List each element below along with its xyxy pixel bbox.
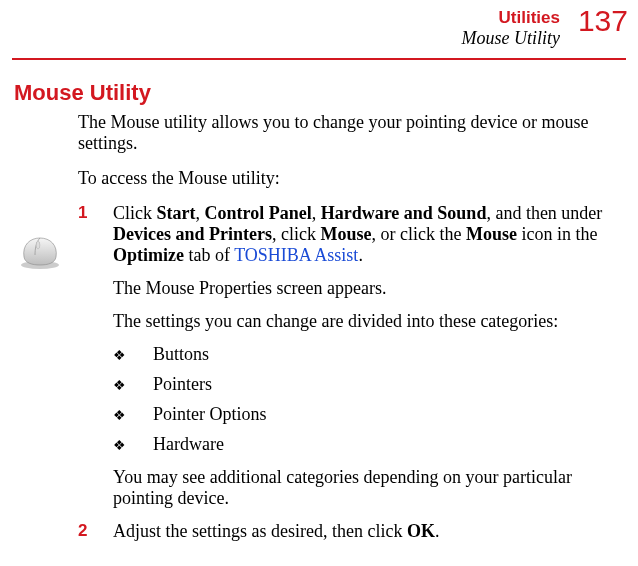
step-2-instruction: Adjust the settings as desired, then cli…: [113, 521, 626, 542]
list-item: ❖ Pointers: [113, 374, 626, 395]
text: , or click the: [371, 224, 465, 244]
list-item: ❖ Pointer Options: [113, 404, 626, 425]
bold-mouse-2: Mouse: [466, 224, 517, 244]
step-1: 1 Click Start, Control Panel, Hardware a…: [78, 203, 626, 509]
step-number: 1: [78, 203, 93, 509]
bullet-icon: ❖: [113, 347, 133, 364]
category-buttons: Buttons: [153, 344, 209, 365]
header-text-block: Utilities Mouse Utility: [461, 8, 559, 48]
category-hardware: Hardware: [153, 434, 224, 455]
bold-devices-printers: Devices and Printers: [113, 224, 272, 244]
category-list: ❖ Buttons ❖ Pointers ❖ Pointer Options ❖…: [113, 344, 626, 455]
bold-start: Start: [157, 203, 196, 223]
header-rule: [12, 58, 626, 60]
intro-paragraph-2: To access the Mouse utility:: [78, 168, 626, 189]
bold-ok: OK: [407, 521, 435, 541]
page-number: 137: [578, 6, 628, 36]
list-item: ❖ Buttons: [113, 344, 626, 365]
step-1-divided: The settings you can change are divided …: [113, 311, 626, 332]
text: tab of: [184, 245, 234, 265]
bold-optimize: Optimize: [113, 245, 184, 265]
text: icon in the: [517, 224, 597, 244]
text: ,: [312, 203, 321, 223]
bold-control-panel: Control Panel: [205, 203, 312, 223]
bullet-icon: ❖: [113, 377, 133, 394]
toshiba-assist-link[interactable]: TOSHIBA Assist: [234, 245, 358, 265]
category-pointer-options: Pointer Options: [153, 404, 267, 425]
bullet-icon: ❖: [113, 437, 133, 454]
category-pointers: Pointers: [153, 374, 212, 395]
section-title: Mouse Utility: [14, 80, 638, 106]
text: , click: [272, 224, 320, 244]
mouse-icon: [16, 235, 64, 276]
bold-hardware-sound: Hardware and Sound: [321, 203, 487, 223]
header-subtitle: Mouse Utility: [461, 28, 559, 49]
steps-list: 1 Click Start, Control Panel, Hardware a…: [78, 203, 626, 542]
bold-mouse: Mouse: [320, 224, 371, 244]
intro-paragraph-1: The Mouse utility allows you to change y…: [78, 112, 626, 154]
text: Adjust the settings as desired, then cli…: [113, 521, 407, 541]
step-1-appears: The Mouse Properties screen appears.: [113, 278, 626, 299]
text: , and then under: [486, 203, 602, 223]
step-1-body: Click Start, Control Panel, Hardware and…: [113, 203, 626, 509]
step-2: 2 Adjust the settings as desired, then c…: [78, 521, 626, 542]
svg-point-1: [36, 241, 40, 249]
step-1-note: You may see additional categories depend…: [113, 467, 626, 509]
text: Click: [113, 203, 157, 223]
step-2-body: Adjust the settings as desired, then cli…: [113, 521, 626, 542]
step-number: 2: [78, 521, 93, 542]
text: ,: [196, 203, 205, 223]
text: .: [358, 245, 363, 265]
text: .: [435, 521, 440, 541]
page-header: Utilities Mouse Utility 137: [0, 8, 638, 48]
list-item: ❖ Hardware: [113, 434, 626, 455]
step-1-instruction: Click Start, Control Panel, Hardware and…: [113, 203, 626, 266]
header-category: Utilities: [461, 8, 559, 28]
bullet-icon: ❖: [113, 407, 133, 424]
content-body: The Mouse utility allows you to change y…: [78, 112, 626, 542]
